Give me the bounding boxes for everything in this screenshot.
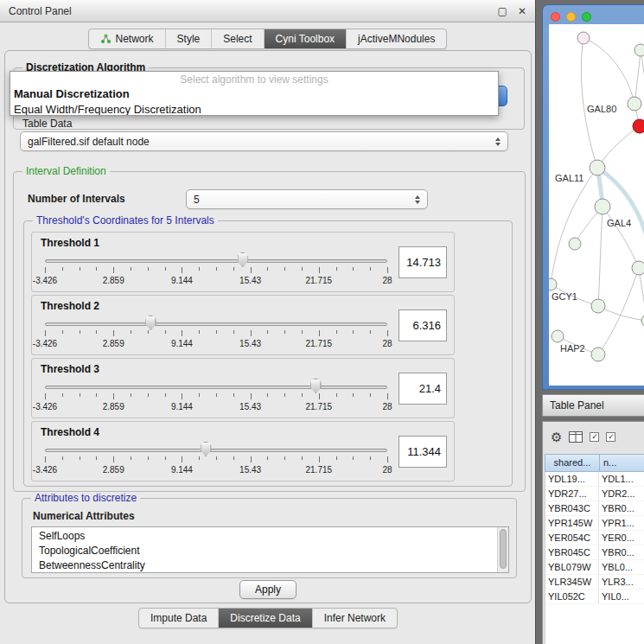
threshold-slider[interactable]: -3.4262.8599.14415.4321.71528 [44,441,388,479]
table-panel-titlebar: Table Panel [542,394,644,417]
threshold-value-field[interactable]: 21.4 [399,373,447,405]
table-row[interactable]: YLR345WYLR3... [545,575,644,590]
slider-thumb[interactable] [310,379,322,393]
attribute-list-item[interactable]: BetweennessCentrality [32,558,508,573]
slider-track[interactable] [45,386,387,389]
table-data-label: Table Data [22,118,72,130]
slider-scale-labels: -3.4262.8599.14415.4321.71528 [45,276,387,286]
cyni-toolbox-panel: Discretization Algorithm Select algorith… [4,50,532,603]
threshold-value-field[interactable]: 6.316 [399,309,447,341]
table-cell[interactable]: YIL0... [599,590,644,603]
close-traffic-light-icon[interactable] [551,12,560,22]
close-window-icon[interactable]: ✕ [518,5,526,17]
slider-scale-labels: -3.4262.8599.14415.4321.71528 [45,339,387,349]
table-cell[interactable]: YLR345W [545,575,599,589]
attribute-list-item[interactable]: SelfLoops [32,529,508,544]
threshold-value-field[interactable]: 14.713 [399,246,447,278]
numerical-attributes-label: Numerical Attributes [33,510,135,522]
tab-network[interactable]: Network [89,29,166,48]
network-canvas[interactable]: GAL80 GAL11 GAL4 GCY1 HAP2 [549,24,644,386]
zoom-traffic-light-icon[interactable] [582,12,591,22]
table-row[interactable]: YER054CYER0... [545,531,644,545]
threshold-value-field[interactable]: 11.344 [399,436,447,468]
slider-track[interactable] [45,259,387,263]
threshold-slider[interactable]: -3.4262.8599.14415.4321.71528 [44,315,388,353]
control-panel-window: Control Panel ▢ ✕ Network Style Select [0,0,536,644]
table-cell[interactable]: YBR045C [545,545,599,559]
tab-style[interactable]: Style [166,29,213,48]
table-body: YDL19...YDL1...YDR27...YDR2...YBR043CYBR… [545,472,644,644]
attribute-list-item[interactable]: TopologicalCoefficient [32,544,508,558]
node-label-gcy1: GCY1 [552,291,577,302]
table-cell[interactable]: YBL079W [545,560,599,574]
float-window-icon[interactable]: ▢ [498,5,507,17]
tab-infer-network[interactable]: Infer Network [313,609,397,628]
threshold-coordinates-group: Threshold's Coordinates for 5 Intervals … [23,220,513,487]
slider-track[interactable] [45,322,387,326]
node-label-gal4: GAL4 [607,218,631,228]
table-data-combo-value: galFiltered.sif default node [28,136,490,148]
tab-impute-data[interactable]: Impute Data [139,609,219,628]
window-title: Control Panel [9,5,488,17]
gear-icon[interactable]: ⚙ [551,430,562,443]
table-row[interactable]: YDL19...YDL1... [545,472,644,487]
table-cell[interactable]: YBR0... [599,545,644,559]
threshold-panel: Threshold 2 -3.4262.8599.14415.4321.7152… [31,295,455,355]
table-cell[interactable]: YER0... [599,531,644,545]
table-cell[interactable]: YDL1... [599,472,644,486]
slider-track[interactable] [45,449,387,452]
tab-label: Impute Data [150,612,207,624]
table-cell[interactable]: YLR3... [599,575,644,589]
table-cell[interactable]: YBR0... [599,501,644,515]
tab-cyni-toolbox[interactable]: Cyni Toolbox [265,29,347,48]
slider-thumb[interactable] [201,442,212,456]
table-row[interactable]: YPR145WYPR1... [545,516,644,531]
minimize-traffic-light-icon[interactable] [566,12,576,22]
table-cell[interactable]: YDL19... [545,472,599,486]
tab-discretize-data[interactable]: Discretize Data [219,609,312,628]
threshold-slider[interactable]: -3.4262.8599.14415.4321.71528 [44,378,388,416]
network-view-window: GAL80 GAL11 GAL4 GCY1 HAP2 [542,4,644,390]
table-cell[interactable]: YER054C [545,531,599,545]
threshold-panel: Threshold 3 -3.4262.8599.14415.4321.7152… [31,358,455,418]
apply-button[interactable]: Apply [239,580,296,599]
slider-thumb[interactable] [237,252,248,267]
dropdown-option-manual-discretization[interactable]: Manual Discretization [10,86,498,102]
columns-icon[interactable] [569,431,583,443]
table-cell[interactable]: YPR1... [599,516,644,530]
table-cell[interactable]: YBL0... [599,560,644,574]
threshold-coordinates-group-title: Threshold's Coordinates for 5 Intervals [33,214,218,226]
node-label-gal80: GAL80 [587,104,616,114]
table-row[interactable]: YBR043CYBR0... [545,501,644,516]
attributes-scrollbar[interactable] [497,527,508,572]
number-of-intervals-combo[interactable]: 5 [186,189,428,209]
table-cell[interactable]: YDR2... [599,487,644,501]
select-all-checkbox-icon[interactable]: ✓ [590,432,599,442]
scrollbar-thumb[interactable] [500,529,507,569]
table-row[interactable]: YDR27...YDR2... [545,487,644,501]
tab-jactivemnodules[interactable]: jActiveMNodules [347,29,446,48]
slider-scale-labels: -3.4262.8599.14415.4321.71528 [45,402,387,412]
column-header-name[interactable]: n... [600,454,644,472]
threshold-slider[interactable]: -3.4262.8599.14415.4321.71528 [44,252,388,290]
dropdown-placeholder-option[interactable]: Select algorithm to view settings [10,72,498,86]
number-of-intervals-label: Number of Intervals [28,193,125,205]
slider-scale-labels: -3.4262.8599.14415.4321.71528 [45,465,387,475]
table-data-combo[interactable]: galFiltered.sif default node [20,131,508,151]
threshold-label: Threshold 1 [41,237,99,249]
table-cell[interactable]: YPR145W [545,516,599,530]
node-label-hap2: HAP2 [560,343,585,354]
slider-ticks [45,330,387,337]
spinner-arrows-icon [415,195,420,204]
table-row[interactable]: YBL079WYBL0... [545,560,644,575]
tab-select[interactable]: Select [212,29,264,48]
table-cell[interactable]: YBR043C [545,501,599,515]
table-row[interactable]: YIL052CYIL0... [545,590,644,604]
table-cell[interactable]: YIL052C [545,590,599,603]
slider-thumb[interactable] [145,316,156,330]
table-cell[interactable]: YDR27... [545,487,599,501]
column-header-shared-name[interactable]: shared... [545,454,600,472]
dropdown-option-equal-width-frequency[interactable]: Equal Width/Frequency Discretization [10,102,498,116]
table-row[interactable]: YBR045CYBR0... [545,545,644,560]
select-column-checkbox-icon[interactable]: ✓ [606,432,615,442]
